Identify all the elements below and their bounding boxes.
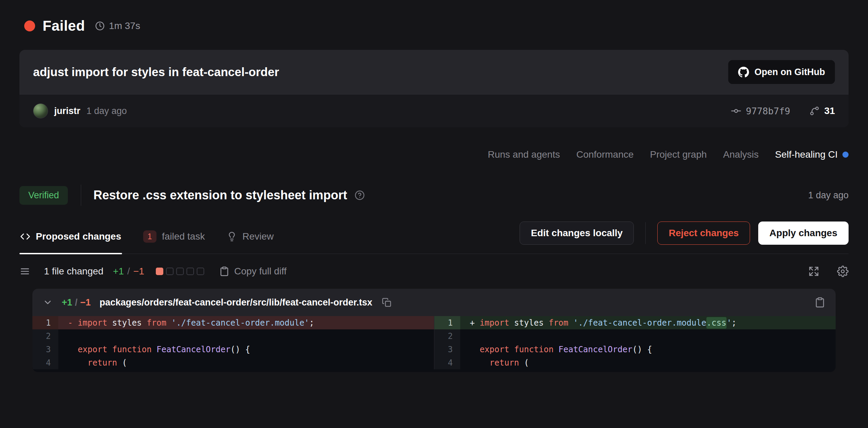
reject-changes-button[interactable]: Reject changes <box>657 222 750 245</box>
chevron-down-icon[interactable] <box>43 297 53 308</box>
commit-title: adjust import for styles in feat-cancel-… <box>33 65 279 79</box>
verified-badge: Verified <box>19 186 68 205</box>
diff-stats: +1 / −1 <box>113 266 144 277</box>
deletions-count: −1 <box>133 266 144 277</box>
file-header: +1 / −1 packages/orders/feat-cancel-orde… <box>32 289 836 316</box>
help-circle-icon[interactable] <box>355 190 365 200</box>
file-slash: / <box>75 297 78 308</box>
line-content: export function FeatCancelOrder() { <box>58 343 434 356</box>
nav-runs-and-agents[interactable]: Runs and agents <box>488 149 560 160</box>
copy-file-diff-icon[interactable] <box>814 297 825 308</box>
apply-changes-button[interactable]: Apply changes <box>758 222 849 245</box>
ratio-square <box>166 268 174 275</box>
actions-divider <box>645 222 646 244</box>
tab-proposed-changes[interactable]: Proposed changes <box>19 225 122 254</box>
diff-toolbar-right <box>808 266 849 277</box>
diff-line: 2 <box>434 329 836 343</box>
ratio-square <box>176 268 184 275</box>
clock-icon <box>95 21 105 31</box>
diff-toolbar-left: 1 file changed +1 / −1 Copy full diff <box>19 266 287 277</box>
ratio-square <box>197 268 204 275</box>
duration-text: 1m 37s <box>109 20 140 31</box>
tab-failed-label: failed task <box>162 231 205 242</box>
tab-failed-task[interactable]: 1 failed task <box>143 225 206 254</box>
stats-slash: / <box>127 266 130 277</box>
diff-line: 1+ import styles from './feat-cancel-ord… <box>434 316 836 329</box>
diff-line: 1- import styles from './feat-cancel-ord… <box>32 316 434 329</box>
nav-self-healing-ci[interactable]: Self-healing CI <box>775 149 849 160</box>
file-additions: +1 <box>62 297 72 308</box>
tab-review-label: Review <box>242 231 274 242</box>
file-deletions: −1 <box>80 297 91 308</box>
line-content: - import styles from './feat-cancel-orde… <box>58 316 434 329</box>
nav-row: Runs and agents Conformance Project grap… <box>19 149 849 160</box>
diff-card: +1 / −1 packages/orders/feat-cancel-orde… <box>32 289 836 372</box>
github-icon <box>738 67 749 77</box>
diff-pane-left: 1- import styles from './feat-cancel-ord… <box>32 316 434 369</box>
diff-toolbar: 1 file changed +1 / −1 Copy full diff <box>19 266 849 277</box>
line-content <box>58 329 434 343</box>
copy-full-diff-button[interactable]: Copy full diff <box>219 266 287 277</box>
commit-hash[interactable]: 9778b7f9 <box>731 106 790 116</box>
nav-project-graph[interactable]: Project graph <box>650 149 707 160</box>
diff-ratio-squares <box>156 268 204 275</box>
line-number: 1 <box>32 316 58 329</box>
diff-line: 2 <box>32 329 434 343</box>
line-content: export function FeatCancelOrder() { <box>460 343 836 356</box>
review-header: Verified Restore .css extension to style… <box>19 185 849 206</box>
open-on-github-button[interactable]: Open on GitHub <box>728 60 835 84</box>
status-label: Failed <box>43 18 85 34</box>
commit-title-row: adjust import for styles in feat-cancel-… <box>19 50 849 94</box>
copy-full-diff-label: Copy full diff <box>234 266 287 277</box>
line-number: 2 <box>32 329 58 343</box>
page: Failed 1m 37s adjust import for styles i… <box>0 0 868 372</box>
commit-meta-row: juristr 1 day ago 9778b7f9 31 <box>19 94 849 127</box>
commit-meta-right: 9778b7f9 31 <box>731 105 835 116</box>
github-button-label: Open on GitHub <box>754 67 825 77</box>
tabs-bar: Proposed changes 1 failed task Review Ed… <box>19 222 849 254</box>
status-duration: 1m 37s <box>95 20 140 31</box>
edit-changes-locally-button[interactable]: Edit changes locally <box>520 222 634 245</box>
author-name: juristr <box>54 106 80 116</box>
file-path: packages/orders/feat-cancel-order/src/li… <box>100 297 372 308</box>
line-content: + import styles from './feat-cancel-orde… <box>460 316 836 329</box>
commit-icon <box>731 106 741 116</box>
gear-icon[interactable] <box>837 266 849 277</box>
diff-line: 3 export function FeatCancelOrder() { <box>434 343 836 356</box>
clipboard-icon <box>219 266 229 276</box>
line-content: return ( <box>460 356 836 369</box>
branch-icon <box>809 106 820 116</box>
copy-path-icon[interactable] <box>382 298 391 307</box>
line-number: 1 <box>434 316 460 329</box>
line-content: return ( <box>58 356 434 369</box>
line-number: 4 <box>32 356 58 369</box>
failed-count-badge: 1 <box>143 230 156 243</box>
line-number: 4 <box>434 356 460 369</box>
active-nav-dot <box>842 152 849 158</box>
ratio-square <box>186 268 194 275</box>
line-number: 2 <box>434 329 460 343</box>
line-number: 3 <box>32 343 58 356</box>
commit-card: adjust import for styles in feat-cancel-… <box>19 50 849 127</box>
nav-self-healing-label: Self-healing CI <box>775 149 838 160</box>
avatar[interactable] <box>33 103 48 118</box>
code-icon <box>20 231 30 242</box>
status-failed-dot <box>24 20 35 31</box>
tabs: Proposed changes 1 failed task Review <box>19 225 274 254</box>
review-title: Restore .css extension to stylesheet imp… <box>93 188 347 202</box>
lightbulb-icon <box>227 231 237 242</box>
ratio-square <box>156 268 163 275</box>
line-number: 3 <box>434 343 460 356</box>
branch-stat[interactable]: 31 <box>809 105 835 116</box>
status-row: Failed 1m 37s <box>24 18 849 34</box>
vertical-divider <box>81 185 81 206</box>
tab-proposed-label: Proposed changes <box>36 231 121 242</box>
tab-review[interactable]: Review <box>226 225 274 254</box>
nav-conformance[interactable]: Conformance <box>576 149 633 160</box>
hamburger-menu-icon[interactable] <box>19 266 30 277</box>
nav-analysis[interactable]: Analysis <box>723 149 759 160</box>
branch-count: 31 <box>824 105 835 116</box>
expand-icon[interactable] <box>808 266 819 277</box>
commit-time: 1 day ago <box>87 106 127 116</box>
diff-split-view: 1- import styles from './feat-cancel-ord… <box>32 316 836 372</box>
